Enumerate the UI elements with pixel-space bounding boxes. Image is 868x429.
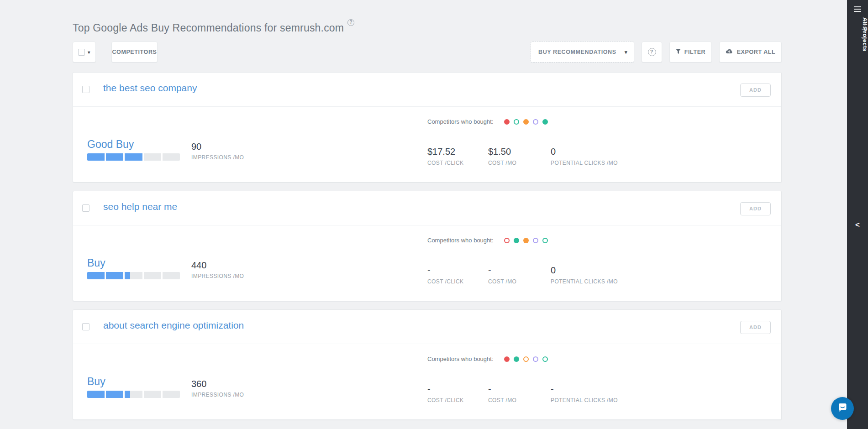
competitor-dot [504,356,510,362]
score-bar-segment [163,153,180,161]
potential-clicks-value: 0 [551,265,556,276]
competitor-dots [500,356,548,362]
competitor-dot [533,238,538,243]
competitor-dot [542,119,548,125]
add-button[interactable]: ADD [740,202,771,215]
competitor-dot [533,119,538,125]
keyword-link[interactable]: seo help near me [103,201,177,212]
card-divider [73,106,781,107]
cost-per-month-value: - [488,384,491,394]
competitors-row: Competitors who bought: [427,237,548,244]
recommendation-card: seo help near me ADD Buy 440 IMPRESSIONS… [73,191,782,301]
view-select[interactable]: BUY RECOMMENDATIONS ▾ [531,42,634,63]
cost-per-click-value: $17.52 [427,146,455,157]
score-bar-segment [125,272,142,279]
score-bar-segment [106,272,123,279]
cost-per-click-label: COST /CLICK [427,160,464,166]
competitors-bought-label: Competitors who bought: [427,237,494,244]
score-bar-segment [87,153,105,161]
chat-bubble-icon [836,402,848,415]
competitors-button[interactable]: COMPETITORS [111,42,158,63]
export-all-button-label: EXPORT ALL [737,49,776,55]
filter-button[interactable]: FILTER [669,42,712,63]
keyword-link[interactable]: the best seo company [103,83,197,94]
menu-icon[interactable] [854,6,861,13]
cost-per-click-label: COST /CLICK [427,278,464,285]
competitors-bought-label: Competitors who bought: [427,356,494,362]
competitor-dot [504,238,510,243]
rail-labels[interactable]: ProjectAll Projects [847,19,868,52]
potential-clicks-label: POTENTIAL CLICKS /MO [551,397,618,403]
competitor-dot [523,119,529,125]
competitor-dot [523,238,529,243]
recommendation-card: about search engine optimization ADD Buy… [73,309,782,420]
score-bar-segment [163,391,180,398]
competitors-bought-label: Competitors who bought: [427,118,494,125]
competitor-dot [514,356,519,362]
score-bar-segment [87,391,105,398]
competitor-dot [542,356,548,362]
cost-per-month-value: - [488,265,491,276]
toolbar-spacer [158,42,531,63]
impressions-label: IMPRESSIONS /MO [191,154,244,161]
keyword-checkbox[interactable] [82,86,89,93]
score-bar-segment [144,272,161,279]
export-all-button[interactable]: EXPORT ALL [719,42,782,63]
collapse-chevron-icon[interactable]: < [847,220,868,230]
help-button[interactable]: ? [642,42,662,63]
keyword-link[interactable]: about search engine optimization [103,320,244,331]
chevron-down-icon: ▾ [88,50,90,55]
score-bar [87,391,180,398]
toolbar: ▾ COMPETITORS BUY RECOMMENDATIONS ▾ ? FI… [73,42,782,63]
keyword-checkbox[interactable] [82,204,89,212]
cost-per-month-label: COST /MO [488,397,516,403]
competitors-row: Competitors who bought: [427,118,548,125]
buy-verdict: Buy [87,376,105,388]
cloud-download-icon [726,49,733,56]
cost-per-click-value: - [427,384,431,394]
score-bar-segment [106,153,123,161]
score-bar [87,272,180,279]
impressions-value: 360 [191,379,206,389]
select-all-checkbox[interactable] [78,49,85,56]
score-bar-segment [125,153,142,161]
add-button[interactable]: ADD [740,321,771,334]
card-divider [73,344,781,344]
card-divider [73,225,781,225]
competitor-dot [523,356,529,362]
score-bar-segment [125,391,142,398]
competitor-dots [500,238,548,243]
buy-verdict: Good Buy [87,138,134,151]
cost-per-month-label: COST /MO [488,278,516,285]
competitor-dot [514,119,519,125]
impressions-label: IMPRESSIONS /MO [191,392,244,398]
recommendation-card-list: the best seo company ADD Good Buy 90 IMP… [73,72,782,428]
select-all-dropdown-button[interactable]: ▾ [73,42,96,63]
chat-launcher-button[interactable] [831,397,854,420]
impressions-label: IMPRESSIONS /MO [191,273,244,279]
score-bar [87,153,180,161]
recommendation-card: the best seo company ADD Good Buy 90 IMP… [73,72,782,183]
title-help-icon[interactable]: ? [347,19,354,26]
competitor-dot [542,238,548,243]
help-icon: ? [648,48,656,56]
cost-per-month-label: COST /MO [488,160,516,166]
competitor-dot [533,356,538,362]
potential-clicks-value: - [551,384,554,394]
page-title: Top Google Ads Buy Recommendations for s… [73,22,354,34]
score-bar-segment [163,272,180,279]
potential-clicks-value: 0 [551,146,556,157]
cost-per-month-value: $1.50 [488,146,511,157]
competitors-row: Competitors who bought: [427,356,548,362]
keyword-checkbox[interactable] [82,323,89,330]
score-bar-segment [87,272,105,279]
impressions-value: 90 [191,141,201,152]
add-button[interactable]: ADD [740,84,771,97]
cost-per-click-value: - [427,265,431,276]
cost-per-click-label: COST /CLICK [427,397,464,403]
page-title-text: Top Google Ads Buy Recommendations for s… [73,22,344,34]
competitor-dot [504,119,510,125]
score-bar-segment [144,153,161,161]
chevron-down-icon: ▾ [625,49,627,55]
buy-verdict: Buy [87,257,105,269]
